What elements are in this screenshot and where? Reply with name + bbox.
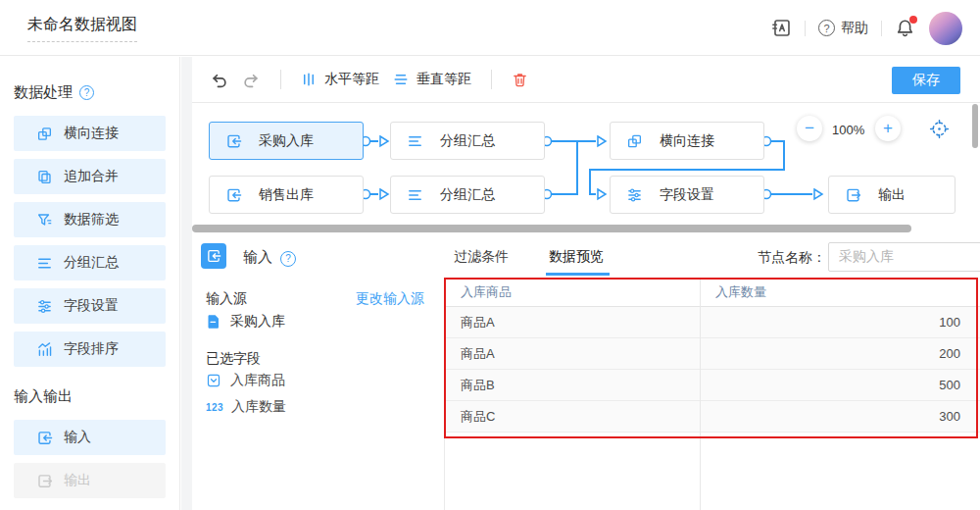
node-label: 输出 [878, 186, 906, 204]
sidebar-gutter [181, 57, 192, 510]
sidebar-item-label: 数据筛选 [64, 211, 119, 229]
node-join[interactable]: 横向连接 [610, 122, 764, 160]
field-sort-icon [36, 341, 53, 358]
sidebar-item-output[interactable]: 输出 [14, 463, 166, 498]
node-group-summary-2[interactable]: 分组汇总 [390, 176, 545, 214]
document-icon [206, 314, 221, 330]
input-source-section: 输入源 更改输入源 采购入库 已选字段 入库商品 123 入库数量 [192, 235, 444, 510]
sidebar-item-group[interactable]: 分组汇总 [14, 245, 166, 280]
redo-button[interactable] [242, 71, 261, 89]
contacts-icon[interactable] [771, 18, 792, 38]
section-title-io: 输入输出 [14, 387, 166, 406]
output-icon [845, 186, 861, 203]
page-title[interactable]: 未命名数据视图 [27, 15, 137, 42]
number-field-icon: 123 [206, 402, 222, 413]
horizontal-scrollbar[interactable] [192, 225, 911, 232]
divider [280, 70, 281, 89]
field-item-product: 入库商品 [206, 372, 285, 389]
node-field-settings[interactable]: 字段设置 [610, 176, 764, 214]
field-name: 入库数量 [231, 398, 286, 416]
notification-dot [909, 16, 917, 24]
notification-bell-icon[interactable] [895, 18, 916, 39]
help-button[interactable]: ? 帮助 [818, 20, 868, 37]
sidebar-item-label: 分组汇总 [64, 254, 119, 272]
change-input-source-link[interactable]: 更改输入源 [356, 290, 424, 308]
table-row: 商品B 500 [445, 370, 980, 401]
group-icon [36, 255, 53, 272]
save-button[interactable]: 保存 [892, 67, 960, 94]
data-view-editor: 未命名数据视图 ? 帮助 数据处理 ? 横向连接 追加 [0, 0, 980, 510]
input-source-label: 输入源 [206, 290, 247, 308]
flow-canvas[interactable]: 采购入库 分组汇总 横向连接 销售出库 分组汇总 字段设置 输出 − 100% … [192, 104, 980, 235]
tab-data-preview[interactable]: 数据预览 [549, 248, 604, 266]
sidebar-item-input[interactable]: 输入 [14, 420, 166, 455]
node-purchase-inbound[interactable]: 采购入库 [209, 122, 364, 160]
divider [491, 70, 492, 89]
append-icon [36, 169, 53, 185]
node-name-input[interactable] [828, 242, 980, 272]
canvas-toolbar: 水平等距 垂直等距 保存 [192, 57, 980, 103]
group-icon [407, 186, 423, 203]
zoom-level: 100% [832, 123, 864, 137]
field-item-quantity: 123 入库数量 [206, 398, 286, 416]
node-group-summary-1[interactable]: 分组汇总 [390, 122, 545, 160]
column-header-product: 入库商品 [445, 278, 700, 306]
node-label: 分组汇总 [440, 132, 495, 150]
node-name-label: 节点名称： [758, 249, 826, 267]
zoom-in-button[interactable]: + [875, 116, 901, 141]
avatar[interactable] [929, 12, 962, 45]
help-icon: ? [818, 20, 835, 36]
trash-icon [512, 72, 528, 88]
sidebar-item-field-sort[interactable]: 字段排序 [14, 332, 166, 367]
field-settings-icon [36, 298, 53, 315]
input-icon [225, 186, 242, 203]
distribute-vertical-icon [393, 72, 409, 87]
distribute-vertical-label: 垂直等距 [416, 71, 471, 88]
sidebar-item-label: 字段排序 [64, 340, 119, 358]
cell-quantity: 300 [700, 401, 980, 432]
vertical-scrollbar[interactable] [972, 104, 978, 148]
column-header-quantity: 入库数量 [700, 278, 980, 306]
divider [805, 21, 806, 36]
node-sales-outbound[interactable]: 销售出库 [209, 176, 364, 214]
locate-center-button[interactable] [929, 119, 950, 139]
distribute-horizontal-label: 水平等距 [324, 71, 379, 88]
table-row: 商品A 100 [445, 307, 980, 338]
node-config-panel: 输入 ? 过滤条件 数据预览 节点名称： 输入源 更改输入源 采购入库 已选字段… [192, 235, 980, 510]
sidebar-item-field-settings[interactable]: 字段设置 [14, 288, 166, 324]
section-label: 数据处理 [14, 83, 73, 102]
node-label: 分组汇总 [440, 186, 495, 204]
join-icon [626, 132, 643, 149]
distribute-horizontal-button[interactable]: 水平等距 [301, 71, 379, 88]
divider [881, 21, 882, 36]
sidebar-item-filter[interactable]: 数据筛选 [14, 202, 166, 237]
help-icon[interactable]: ? [79, 85, 94, 100]
sidebar-item-label: 横向连接 [64, 125, 119, 142]
delete-node-button[interactable] [512, 72, 528, 88]
sidebar: 数据处理 ? 横向连接 追加合并 数据筛选 分组汇总 字段设置 字段排序 输入输 [0, 57, 180, 510]
undo-button[interactable] [210, 71, 228, 89]
cell-product: 商品B [445, 370, 700, 400]
cell-product: 商品A [445, 307, 700, 337]
join-icon [36, 126, 53, 142]
zoom-out-button[interactable]: − [797, 116, 822, 141]
sidebar-item-label: 追加合并 [64, 168, 119, 185]
table-header-row: 入库商品 入库数量 [445, 278, 980, 307]
cell-quantity: 100 [700, 307, 980, 337]
active-tab-indicator [546, 273, 610, 276]
sidebar-item-label: 字段设置 [64, 297, 119, 315]
sidebar-item-append[interactable]: 追加合并 [14, 159, 166, 194]
crosshair-icon [929, 119, 950, 139]
field-name: 入库商品 [230, 372, 285, 389]
input-source-item: 采购入库 [206, 313, 285, 331]
tab-filter-conditions[interactable]: 过滤条件 [454, 248, 509, 266]
help-label: 帮助 [841, 20, 868, 37]
node-label: 字段设置 [660, 186, 714, 204]
node-label: 销售出库 [259, 186, 314, 204]
node-output[interactable]: 输出 [828, 176, 956, 214]
sidebar-item-join[interactable]: 横向连接 [14, 116, 166, 151]
section-title-data-processing: 数据处理 ? [14, 83, 166, 102]
input-icon [225, 132, 242, 149]
distribute-vertical-button[interactable]: 垂直等距 [393, 71, 471, 88]
sidebar-item-label: 输出 [64, 472, 91, 489]
